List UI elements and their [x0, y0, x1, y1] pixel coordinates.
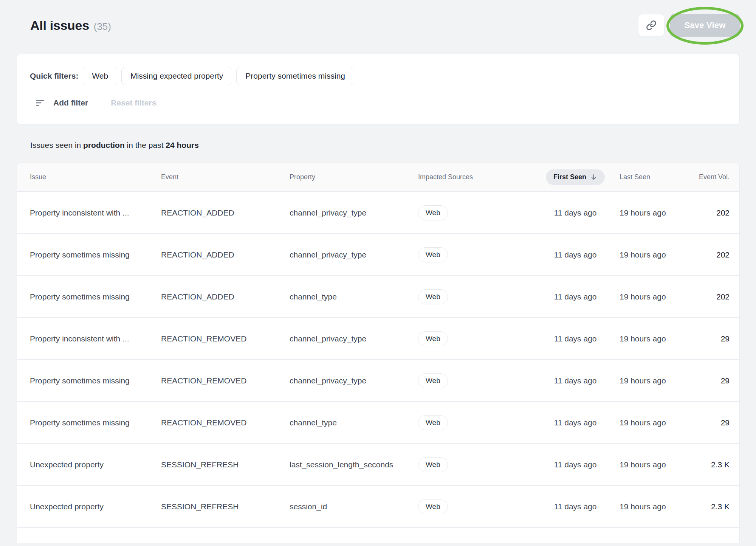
- event-vol-cell: 29: [688, 376, 739, 385]
- first-seen-cell: 11 days ago: [542, 292, 609, 301]
- source-badge: Web: [418, 247, 448, 262]
- add-filter-button[interactable]: Add filter: [35, 98, 88, 108]
- table-row[interactable]: Property sometimes missingREACTION_REMOV…: [17, 360, 739, 402]
- source-badge: Web: [418, 373, 448, 388]
- save-view-button[interactable]: Save View: [670, 14, 740, 37]
- reset-filters-button[interactable]: Reset filters: [111, 98, 156, 107]
- event-vol-cell: 202: [688, 292, 739, 301]
- sort-pill[interactable]: First Seen: [546, 169, 605, 185]
- filter-lines-icon: [35, 98, 45, 108]
- last-seen-cell: 19 hours ago: [609, 250, 688, 259]
- link-icon: [646, 20, 657, 31]
- first-seen-cell: 11 days ago: [542, 418, 609, 427]
- filter-actions-row: Add filter Reset filters: [35, 98, 727, 108]
- copy-link-button[interactable]: [638, 14, 665, 37]
- table-row[interactable]: Property inconsistent with ...REACTION_R…: [17, 318, 739, 360]
- issue-cell: Property sometimes missing: [17, 250, 161, 259]
- event-cell: SESSION_REFRESH: [161, 460, 290, 469]
- first-seen-cell: 11 days ago: [542, 460, 609, 469]
- event-vol-cell: 2.3 K: [688, 502, 739, 511]
- last-seen-cell: 19 hours ago: [609, 376, 688, 385]
- last-seen-cell: 19 hours ago: [609, 418, 688, 427]
- table-row[interactable]: Property inconsistent with ...REACTION_A…: [17, 192, 739, 234]
- issue-cell: Unexpected property: [17, 502, 161, 511]
- quick-filter-chips: WebMissing expected propertyProperty som…: [83, 67, 354, 85]
- table-row[interactable]: Unexpected propertySESSION_REFRESHsessio…: [17, 486, 739, 528]
- table-body: Property inconsistent with ...REACTION_A…: [17, 192, 739, 528]
- issue-count: (35): [94, 21, 111, 33]
- table-row[interactable]: Property sometimes missingREACTION_REMOV…: [17, 402, 739, 444]
- issue-cell: Unexpected property: [17, 460, 161, 469]
- property-cell: channel_privacy_type: [290, 208, 418, 217]
- status-environment: production: [83, 141, 125, 149]
- save-view-wrap: Save View: [670, 14, 740, 37]
- event-cell: REACTION_REMOVED: [161, 376, 290, 385]
- impacted-sources-cell: Web: [418, 499, 542, 514]
- header-actions: Save View: [638, 14, 740, 37]
- first-seen-cell: 11 days ago: [542, 502, 609, 511]
- property-cell: channel_privacy_type: [290, 250, 418, 259]
- impacted-sources-cell: Web: [418, 415, 542, 430]
- status-timeframe: 24 hours: [166, 141, 199, 149]
- status-line: Issues seen in production in the past 24…: [30, 141, 756, 150]
- property-cell: last_session_length_seconds: [290, 460, 418, 469]
- event-vol-cell: 2.3 K: [688, 460, 739, 469]
- event-cell: REACTION_REMOVED: [161, 334, 290, 343]
- impacted-sources-cell: Web: [418, 205, 542, 220]
- property-cell: channel_privacy_type: [290, 376, 418, 385]
- column-header-event[interactable]: Event: [161, 173, 290, 181]
- quick-filter-chip[interactable]: Web: [83, 67, 117, 85]
- quick-filters-row: Quick filters: WebMissing expected prope…: [30, 67, 727, 85]
- issues-table: Issue Event Property Impacted Sources Fi…: [17, 163, 740, 543]
- event-vol-cell: 202: [688, 208, 739, 217]
- page-title: All issues: [30, 18, 89, 33]
- column-header-impacted-sources[interactable]: Impacted Sources: [418, 173, 542, 181]
- first-seen-cell: 11 days ago: [542, 250, 609, 259]
- issue-cell: Property inconsistent with ...: [17, 334, 161, 343]
- quick-filter-chip[interactable]: Property sometimes missing: [236, 67, 354, 85]
- partial-row: [17, 528, 739, 543]
- event-cell: REACTION_REMOVED: [161, 418, 290, 427]
- table-header-row: Issue Event Property Impacted Sources Fi…: [17, 163, 739, 192]
- impacted-sources-cell: Web: [418, 331, 542, 346]
- last-seen-cell: 19 hours ago: [609, 292, 688, 301]
- source-badge: Web: [418, 499, 448, 514]
- table-row[interactable]: Unexpected propertySESSION_REFRESHlast_s…: [17, 444, 739, 486]
- impacted-sources-cell: Web: [418, 457, 542, 472]
- source-badge: Web: [418, 457, 448, 472]
- filters-card: Quick filters: WebMissing expected prope…: [17, 54, 740, 125]
- last-seen-cell: 19 hours ago: [609, 502, 688, 511]
- issue-cell: Property sometimes missing: [17, 376, 161, 385]
- source-badge: Web: [418, 415, 448, 430]
- first-seen-cell: 11 days ago: [542, 208, 609, 217]
- title-wrap: All issues (35): [30, 18, 111, 33]
- event-cell: REACTION_ADDED: [161, 292, 290, 301]
- source-badge: Web: [418, 205, 448, 220]
- last-seen-cell: 19 hours ago: [609, 334, 688, 343]
- add-filter-label: Add filter: [53, 98, 88, 107]
- event-cell: REACTION_ADDED: [161, 208, 290, 217]
- event-cell: REACTION_ADDED: [161, 250, 290, 259]
- source-badge: Web: [418, 289, 448, 304]
- column-header-event-vol[interactable]: Event Vol.: [688, 173, 739, 181]
- property-cell: channel_privacy_type: [290, 334, 418, 343]
- arrow-down-icon: [590, 174, 597, 181]
- status-middle: in the past: [125, 141, 166, 149]
- event-vol-cell: 202: [688, 250, 739, 259]
- table-row[interactable]: Property sometimes missingREACTION_ADDED…: [17, 234, 739, 276]
- last-seen-cell: 19 hours ago: [609, 460, 688, 469]
- property-cell: channel_type: [290, 418, 418, 427]
- status-prefix: Issues seen in: [30, 141, 83, 149]
- column-header-last-seen[interactable]: Last Seen: [609, 173, 688, 181]
- impacted-sources-cell: Web: [418, 373, 542, 388]
- issue-cell: Property sometimes missing: [17, 292, 161, 301]
- column-header-property[interactable]: Property: [290, 173, 418, 181]
- event-cell: SESSION_REFRESH: [161, 502, 290, 511]
- first-seen-cell: 11 days ago: [542, 376, 609, 385]
- quick-filter-chip[interactable]: Missing expected property: [121, 67, 232, 85]
- property-cell: channel_type: [290, 292, 418, 301]
- table-row[interactable]: Property sometimes missingREACTION_ADDED…: [17, 276, 739, 318]
- column-header-issue[interactable]: Issue: [17, 173, 161, 181]
- source-badge: Web: [418, 331, 448, 346]
- column-header-first-seen: First Seen: [542, 169, 609, 185]
